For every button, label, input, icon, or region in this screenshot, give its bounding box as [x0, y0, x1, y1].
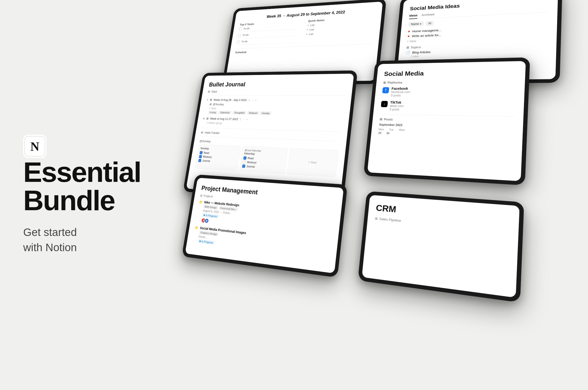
week-group-1: ▼ ⊞ Week of Aug 28 - Sep 3 2022 1 ··· + … [204, 98, 345, 116]
filter-name[interactable]: Name ▾ [408, 21, 424, 27]
bj-title: Bullet Journal [209, 80, 347, 88]
new-habit-col[interactable]: + New [287, 148, 339, 177]
facebook-logo: f [382, 87, 389, 93]
platforms-header: ⊞ Platforms [383, 80, 517, 84]
mood-tags: Loving Optimistic Thoughtful Relaxed Sun… [208, 111, 343, 116]
tab-archived[interactable]: Archived [421, 13, 434, 19]
tablet-social-media: Social Media ⊞ Platforms f Facebook face… [363, 57, 530, 185]
sunday-habits: Sunday Read Workout Journal [195, 144, 241, 171]
bundle-title: Essential Bundle [23, 158, 134, 215]
saturday-habits: @Last Saturday Saturday Read Workout Jou… [239, 146, 288, 174]
facebook-platform: f Facebook facebook.com 0 posts [382, 86, 517, 97]
tablet-crm: CRM ⊞ Sales Pipeline [358, 191, 524, 303]
bundle-subtitle: Get started with Notion [23, 225, 134, 255]
left-panel: N Essential Bundle Get started with Noti… [0, 0, 134, 390]
sunday-entry: ⊞ @Sunday [209, 103, 344, 107]
task-item: To-do [238, 31, 298, 39]
social-media-title: Social Media [384, 68, 517, 78]
notion-logo: N [23, 135, 46, 158]
posts-section: ⊞ Posts September 2022 Mon Tue Wed 29 30 [378, 114, 515, 139]
svg-text:N: N [30, 140, 39, 153]
bj-days-tab: ⊞ Days [207, 90, 346, 96]
tablet-project-management: Project Management ⊞ Projects 📁 Nike — W… [182, 174, 348, 278]
tiktok-platform: ♪ TikTok tiktok.com 0 posts [380, 100, 516, 113]
filter-ai[interactable]: AI [426, 21, 434, 26]
habit-tracker-section: ⊞ Habit Tracker @Sunday Sunday Read Work… [195, 128, 341, 177]
tab-ideas[interactable]: Ideas [409, 14, 418, 19]
week-group-2: ▶ ⊞ Week of Aug 21-27 2022 1 ··· + 1 hid… [202, 117, 342, 128]
tablets-mosaic: Week 35 → August 29 to September 4, 2022… [132, 0, 588, 390]
tiktok-logo: ♪ [381, 101, 388, 107]
task-item: To-do [236, 38, 297, 45]
